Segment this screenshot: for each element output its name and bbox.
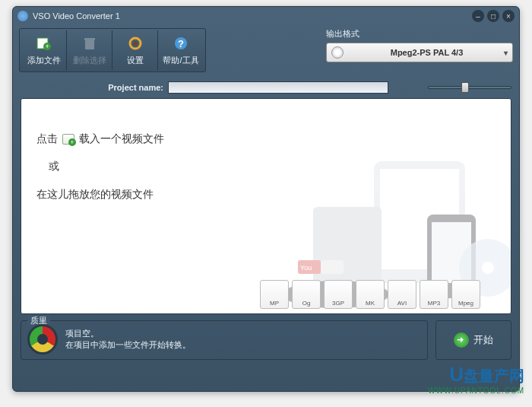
- settings-button[interactable]: 设置: [112, 30, 158, 70]
- format-badge: MP: [260, 280, 289, 309]
- hint-line-2: 或: [36, 152, 164, 180]
- format-badge: MK: [356, 280, 385, 309]
- help-label: 帮助/工具: [163, 55, 198, 66]
- output-format-label: 输出格式: [326, 28, 513, 40]
- quality-panel: 质里 项目空。 在项目中添加一些文件开始转换。: [21, 320, 428, 360]
- drop-area[interactable]: You 点击 载入一个视频文件 或 在这儿拖放您的视频文件 MP Og 3GP …: [21, 98, 511, 314]
- app-window: VSO Video Converter 1 – □ × + 添加文件 删除选择: [12, 6, 520, 392]
- window-controls: – □ ×: [472, 10, 515, 22]
- toolbar-left: + 添加文件 删除选择 设置 ? 帮助/工具: [19, 28, 206, 72]
- titlebar: VSO Video Converter 1 – □ ×: [13, 7, 519, 25]
- maximize-button[interactable]: □: [487, 10, 499, 22]
- close-button[interactable]: ×: [502, 10, 515, 22]
- svg-rect-4: [84, 38, 95, 40]
- svg-point-6: [133, 41, 138, 46]
- format-icons-row: MP Og 3GP MK AVI MP3 Mpeg: [260, 280, 480, 309]
- quality-status: 项目空。: [65, 328, 191, 339]
- svg-rect-3: [85, 40, 94, 49]
- project-name-input[interactable]: [168, 81, 388, 94]
- format-badge: Og: [292, 280, 321, 309]
- svg-rect-18: [321, 260, 344, 274]
- zoom-slider[interactable]: [428, 84, 511, 91]
- project-row: Project name:: [13, 78, 519, 98]
- start-button[interactable]: 开始: [446, 322, 501, 358]
- quality-gauge-icon: [27, 324, 58, 355]
- app-icon: [17, 11, 28, 21]
- help-icon: ?: [172, 34, 190, 52]
- quality-content: 项目空。 在项目中添加一些文件开始转换。: [27, 324, 421, 355]
- add-file-button[interactable]: + 添加文件: [21, 30, 67, 70]
- watermark-text: U盘量产网: [428, 363, 524, 386]
- output-format-value: Mpeg2-PS PAL 4/3: [350, 48, 504, 57]
- add-file-inline-icon: [62, 134, 74, 145]
- drop-hint: 点击 载入一个视频文件 或 在这儿拖放您的视频文件: [36, 125, 164, 208]
- svg-text:?: ?: [178, 38, 184, 49]
- slider-track: [428, 86, 511, 89]
- output-format-dropdown[interactable]: Mpeg2-PS PAL 4/3 ▾: [326, 43, 513, 62]
- output-format-panel: 输出格式 Mpeg2-PS PAL 4/3 ▾: [326, 28, 513, 72]
- slider-thumb[interactable]: [461, 82, 469, 93]
- format-badge: MP3: [420, 280, 448, 309]
- start-panel: 开始: [435, 320, 511, 360]
- minimize-button[interactable]: –: [472, 10, 484, 22]
- chevron-down-icon: ▾: [504, 49, 508, 57]
- watermark-url: WWW.UPANTOOL.COM: [428, 386, 524, 395]
- quality-hint: 在项目中添加一些文件开始转换。: [65, 339, 191, 351]
- delete-label: 删除选择: [73, 55, 106, 66]
- dvd-icon: [331, 46, 344, 59]
- project-name-label: Project name:: [21, 83, 163, 92]
- start-label: 开始: [473, 333, 493, 347]
- settings-label: 设置: [127, 55, 144, 66]
- gear-icon: [126, 34, 144, 52]
- help-tools-button[interactable]: ? 帮助/工具: [158, 30, 204, 70]
- start-icon: [454, 332, 469, 348]
- format-badge: Mpeg: [451, 280, 480, 309]
- footer: 质里 项目空。 在项目中添加一些文件开始转换。 开始: [13, 314, 519, 366]
- quality-text: 项目空。 在项目中添加一些文件开始转换。: [65, 328, 191, 351]
- svg-text:You: You: [300, 264, 312, 272]
- format-badge: AVI: [388, 280, 416, 309]
- add-file-label: 添加文件: [27, 55, 61, 66]
- app-title: VSO Video Converter 1: [33, 11, 472, 21]
- svg-point-15: [482, 262, 494, 274]
- format-badge: 3GP: [324, 280, 353, 309]
- svg-text:+: +: [45, 43, 49, 50]
- hint-line-3: 在这儿拖放您的视频文件: [36, 180, 164, 208]
- hint-line-1: 点击 载入一个视频文件: [36, 125, 164, 152]
- watermark: U盘量产网 WWW.UPANTOOL.COM: [428, 363, 524, 395]
- delete-icon: [81, 34, 99, 52]
- delete-selection-button: 删除选择: [67, 30, 112, 70]
- toolbar: + 添加文件 删除选择 设置 ? 帮助/工具: [13, 25, 519, 78]
- add-file-icon: +: [35, 34, 53, 52]
